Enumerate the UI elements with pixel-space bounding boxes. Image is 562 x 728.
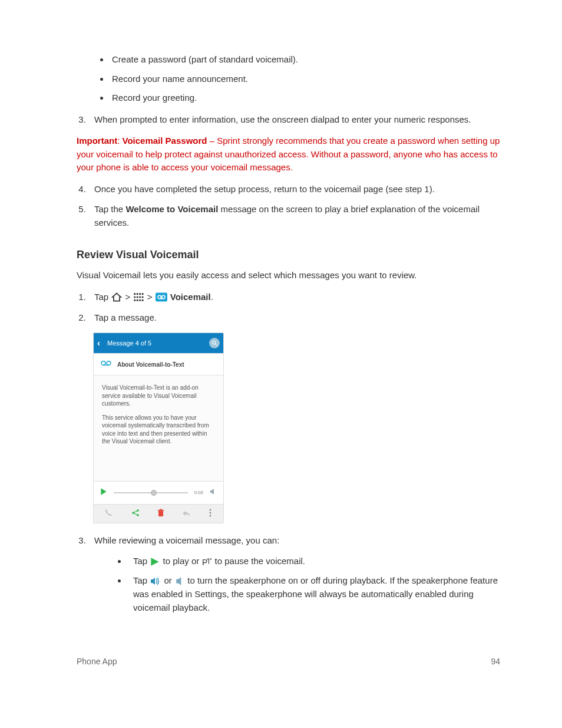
svg-line-25 (133, 513, 138, 515)
screenshot-subheader-text: About Voicemail-to-Text (117, 360, 184, 369)
apps-grid-icon (133, 290, 144, 304)
footer-page-number: 94 (491, 655, 500, 668)
trash-icon[interactable] (157, 508, 164, 521)
sub-bullet-play-pause: Tap to play or P to pause the voicemail. (127, 555, 500, 568)
post-text-2: to turn the speakerphone on or off durin… (133, 575, 498, 612)
step5-pre: Tap the (94, 204, 125, 214)
speaker-off-icon (174, 574, 185, 588)
svg-point-3 (142, 293, 144, 295)
svg-rect-26 (158, 511, 163, 516)
important-title: Voicemail Password (123, 136, 207, 146)
sub-bullet-list: Create a password (part of standard voic… (110, 53, 500, 105)
screenshot-title: Message 4 of 5 (105, 338, 209, 348)
review-step-1: Tap > > (88, 291, 500, 304)
svg-point-16 (212, 341, 216, 345)
heading-review-visual-voicemail: Review Visual Voicemail (77, 247, 500, 263)
svg-point-19 (107, 361, 111, 365)
post-text: to pause the voicemail. (215, 556, 305, 566)
sub-bullet-speakerphone: Tap or to turn the s (127, 574, 500, 614)
review-step-2: Tap a message. (88, 311, 500, 325)
breadcrumb-sep: > (147, 292, 155, 302)
screenshot-body: Visual Voicemail-to-Text is an add-on se… (94, 375, 223, 481)
svg-point-9 (137, 299, 138, 301)
voicemail-app-icon (155, 290, 168, 304)
svg-point-0 (134, 293, 136, 295)
screenshot-header: ‹ Message 4 of 5 (94, 333, 223, 353)
voicemail-tape-icon (101, 360, 111, 369)
call-icon[interactable] (105, 508, 113, 521)
svg-point-30 (209, 512, 211, 513)
svg-point-31 (209, 515, 211, 516)
svg-point-2 (140, 293, 141, 295)
tap-pre: Tap (133, 556, 150, 566)
play-icon[interactable] (100, 486, 108, 500)
svg-point-11 (142, 299, 144, 301)
screenshot-player: 0:08 (94, 481, 223, 505)
slider-thumb[interactable] (151, 490, 157, 496)
step-3: When prompted to enter information, use … (88, 113, 500, 127)
home-icon (111, 290, 123, 304)
voicemail-label: Voicemail (170, 292, 211, 302)
breadcrumb-sep: > (125, 292, 133, 302)
review-steps-continue-3: While reviewing a voicemail message, you… (88, 534, 500, 614)
svg-line-17 (216, 344, 217, 346)
or-text: or (164, 575, 175, 585)
play-icon (150, 555, 160, 568)
share-icon[interactable] (131, 508, 140, 521)
playback-slider[interactable] (114, 492, 188, 493)
svg-point-10 (140, 299, 141, 301)
ordered-list-continue-4: Once you have completed the setup proces… (88, 183, 500, 230)
tap-text: Tap (94, 292, 111, 302)
review-step-3: While reviewing a voicemail message, you… (88, 534, 500, 614)
bullet-item: Record your name announcement. (110, 73, 500, 86)
svg-line-24 (133, 510, 138, 513)
step-5: Tap the Welcome to Voicemail message on … (88, 203, 500, 229)
ordered-list-continue-3: When prompted to enter information, use … (88, 113, 500, 127)
svg-rect-28 (160, 509, 162, 510)
speaker-on-icon (150, 574, 161, 588)
svg-point-29 (209, 509, 211, 510)
search-icon[interactable] (209, 338, 220, 348)
important-note: Important: Voicemail Password – Sprint s… (77, 134, 500, 174)
step3-text: While reviewing a voicemail message, you… (94, 535, 279, 545)
pause-icon: P (201, 555, 212, 568)
step5-bold: Welcome to Voicemail (125, 204, 218, 214)
svg-point-7 (142, 297, 144, 298)
svg-point-5 (137, 297, 138, 298)
footer-section: Phone App (77, 655, 117, 668)
screenshot-bottom-bar (94, 504, 223, 523)
svg-point-18 (101, 361, 105, 365)
voicemail-screenshot: ‹ Message 4 of 5 About Voicemail-to-Text… (93, 332, 224, 523)
playback-time: 0:08 (194, 489, 203, 496)
review-steps-list: Tap > > (88, 291, 500, 325)
screenshot-subheader: About Voicemail-to-Text (94, 353, 223, 375)
svg-point-8 (134, 299, 136, 301)
important-label: Important (77, 136, 117, 146)
bullet-item: Create a password (part of standard voic… (110, 53, 500, 67)
svg-point-6 (140, 297, 141, 298)
step-4: Once you have completed the setup proces… (88, 183, 500, 196)
speaker-icon[interactable] (209, 486, 217, 500)
page-footer: Phone App 94 (77, 655, 500, 668)
colon: : (117, 136, 122, 146)
body-paragraph-2: This service allows you to have your voi… (102, 414, 215, 446)
period: . (211, 292, 213, 302)
reply-icon[interactable] (182, 508, 190, 521)
back-icon[interactable]: ‹ (97, 337, 105, 350)
svg-text:P: P (202, 558, 207, 566)
svg-point-1 (137, 293, 138, 295)
intro-paragraph: Visual Voicemail lets you easily access … (77, 269, 500, 282)
mid-text: to play or (163, 556, 202, 566)
more-icon[interactable] (209, 508, 212, 521)
bullet-item: Record your greeting. (110, 91, 500, 105)
body-paragraph-1: Visual Voicemail-to-Text is an add-on se… (102, 384, 215, 408)
svg-point-4 (134, 297, 136, 298)
svg-rect-27 (158, 510, 164, 511)
tap-pre-2: Tap (133, 575, 150, 585)
